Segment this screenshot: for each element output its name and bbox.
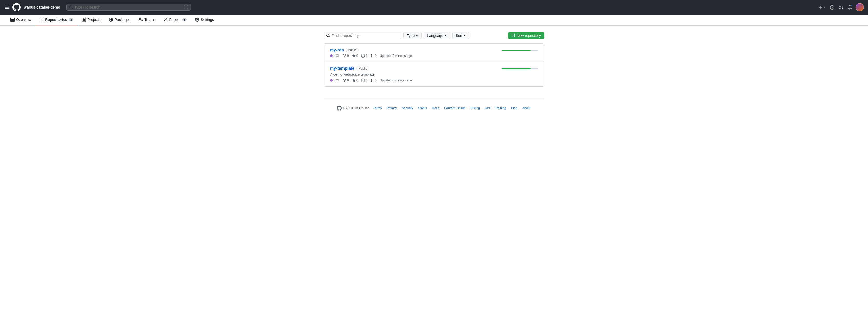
svg-rect-2: [5, 8, 9, 9]
svg-rect-1: [5, 7, 9, 7]
nav-item-teams[interactable]: Teams: [134, 15, 159, 25]
type-filter-button[interactable]: Type: [403, 32, 422, 39]
repo-updated: Updated 6 minutes ago: [380, 79, 412, 82]
footer-link-privacy[interactable]: Privacy: [386, 106, 398, 110]
nav-item-overview-label: Overview: [16, 18, 31, 22]
repo-language: HCL: [330, 79, 340, 82]
new-repo-button[interactable]: New repository: [508, 32, 545, 39]
footer: © 2023 GitHub, Inc. Terms · Privacy · Se…: [323, 99, 545, 117]
search-box-top[interactable]: /: [66, 4, 191, 11]
footer-link-security[interactable]: Security: [401, 106, 414, 110]
sort-filter-button[interactable]: Sort: [453, 32, 469, 39]
repo-description: A demo webserice template: [330, 73, 502, 77]
avatar[interactable]: [856, 3, 864, 11]
repo-meta: HCL 0 0 0 0: [330, 54, 502, 58]
nav-item-repositories[interactable]: Repositories 2: [35, 15, 78, 25]
repo-progress-bar-container: [502, 68, 538, 69]
repo-stars: 0: [352, 54, 358, 58]
footer-link-about[interactable]: About: [521, 106, 531, 110]
repo-visibility-badge: Public: [346, 48, 359, 52]
footer-copyright: © 2023 GitHub, Inc.: [343, 106, 370, 110]
nav-item-projects-label: Projects: [87, 18, 101, 22]
footer-link-terms[interactable]: Terms: [372, 106, 383, 110]
nav-item-packages[interactable]: Packages: [105, 15, 134, 25]
lang-dot: [330, 79, 333, 82]
svg-rect-0: [5, 6, 9, 6]
nav-item-packages-label: Packages: [115, 18, 130, 22]
main-content: Type Language Sort New repository my-rds…: [317, 26, 551, 123]
top-nav: walrus-catalog-demo /: [0, 0, 868, 15]
repo-name-row: my-template Public: [330, 66, 502, 71]
create-button[interactable]: [816, 4, 828, 11]
nav-item-overview[interactable]: Overview: [6, 15, 35, 25]
nav-item-projects[interactable]: Projects: [78, 15, 105, 25]
repo-forks: 0: [343, 54, 349, 58]
slash-key: /: [184, 5, 188, 9]
repo-item: my-template Public A demo webserice temp…: [324, 62, 544, 86]
repo-language: HCL: [330, 54, 340, 58]
lang-dot: [330, 55, 333, 57]
footer-link-status[interactable]: Status: [417, 106, 428, 110]
repo-progress-bar-container: [502, 50, 538, 51]
repo-updated: Updated 3 minutes ago: [380, 54, 412, 58]
notifications-button[interactable]: [846, 3, 854, 11]
footer-link-api[interactable]: API: [484, 106, 491, 110]
top-nav-icons: [816, 3, 864, 11]
repo-name-row: my-rds Public: [330, 48, 502, 52]
footer-link-pricing[interactable]: Pricing: [469, 106, 481, 110]
repo-search-input[interactable]: [332, 33, 399, 38]
footer-link-training[interactable]: Training: [494, 106, 507, 110]
repo-issues: 0: [361, 54, 367, 58]
repo-search-box[interactable]: [323, 32, 401, 39]
github-logo[interactable]: [12, 3, 21, 11]
nav-item-settings[interactable]: Settings: [191, 15, 218, 25]
issues-button[interactable]: [828, 3, 836, 11]
repo-item-right: [502, 66, 538, 69]
repo-item-left: my-rds Public HCL 0 0: [330, 48, 502, 58]
repositories-badge: 2: [69, 18, 73, 21]
nav-item-people-label: People: [169, 18, 181, 22]
repo-name-link[interactable]: my-rds: [330, 48, 344, 52]
repo-name-link[interactable]: my-template: [330, 66, 354, 71]
repo-list: my-rds Public HCL 0 0: [323, 43, 545, 87]
hamburger-button[interactable]: [4, 4, 10, 10]
repo-meta: HCL 0 0 0 0: [330, 79, 502, 82]
pullrequests-button[interactable]: [837, 3, 845, 11]
org-nav: Overview Repositories 2 Projects Package…: [0, 15, 868, 26]
repo-item: my-rds Public HCL 0 0: [324, 44, 544, 62]
repo-progress-fill: [502, 50, 531, 51]
search-input-top[interactable]: [74, 5, 183, 9]
repo-progress-fill: [502, 68, 531, 69]
repo-toolbar: Type Language Sort New repository: [323, 32, 545, 39]
org-name[interactable]: walrus-catalog-demo: [24, 5, 60, 9]
nav-item-people[interactable]: People 1: [159, 15, 191, 25]
nav-item-repositories-label: Repositories: [45, 18, 67, 22]
nav-item-settings-label: Settings: [201, 18, 214, 22]
language-filter-button[interactable]: Language: [424, 32, 450, 39]
nav-item-teams-label: Teams: [145, 18, 155, 22]
repo-prs: 0: [370, 79, 377, 82]
repo-forks: 0: [343, 79, 349, 82]
footer-link-blog[interactable]: Blog: [510, 106, 518, 110]
repo-prs: 0: [370, 54, 377, 58]
repo-item-left: my-template Public A demo webserice temp…: [330, 66, 502, 82]
repo-item-right: [502, 48, 538, 51]
repo-issues: 0: [361, 79, 367, 82]
people-badge: 1: [182, 18, 187, 21]
repo-visibility-badge: Public: [356, 66, 369, 71]
repo-stars: 0: [352, 79, 358, 82]
footer-link-contact[interactable]: Contact GitHub: [443, 106, 466, 110]
footer-link-docs[interactable]: Docs: [431, 106, 440, 110]
